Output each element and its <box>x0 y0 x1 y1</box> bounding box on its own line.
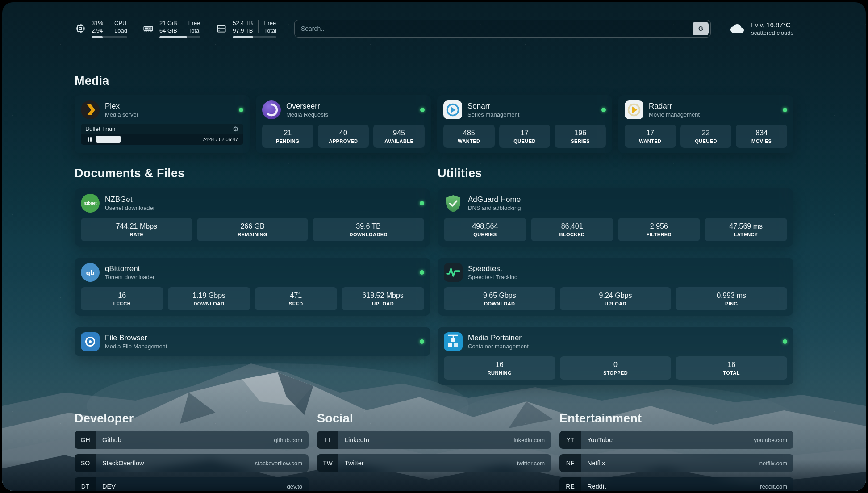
app-name: File Browser <box>105 333 167 343</box>
app-subtitle: Movie management <box>649 111 700 118</box>
app-card-radarr[interactable]: Radarr Movie management 17 WANTED 22 QUE… <box>618 95 793 153</box>
gear-icon[interactable]: ⚙ <box>233 125 239 132</box>
stat-value: 834 <box>739 129 785 138</box>
cpu-label: CPU <box>114 19 127 27</box>
stat-value: 17 <box>502 129 548 138</box>
section-documents-files: Documents & Files nzbget NZBGet Usenet d… <box>75 167 430 385</box>
app-card-adguard-home[interactable]: AdGuard Home DNS and adblocking 498,564 … <box>438 188 793 246</box>
app-card-qbittorrent[interactable]: qb qBittorrent Torrent downloader 16 <box>75 258 430 316</box>
stat-label: DOWNLOAD <box>447 301 553 306</box>
cpu-usage-bar <box>92 36 127 38</box>
stat-value: 0.993 ms <box>678 291 785 300</box>
portainer-icon <box>444 332 463 351</box>
bookmark-name: Twitter <box>345 460 364 467</box>
playback-time: 24:44 / 02:06:47 <box>202 137 238 142</box>
app-subtitle: Container management <box>468 343 529 350</box>
playback-progress-track[interactable]: 24:44 / 02:06:47 <box>96 136 242 143</box>
section-title-social: Social <box>317 412 551 426</box>
stat-box: 16 TOTAL <box>676 356 787 380</box>
bookmark-dev[interactable]: DT DEV dev.to <box>75 477 309 491</box>
stat-box: 485 WANTED <box>443 125 495 148</box>
stat-box: 47.569 ms LATENCY <box>705 218 787 241</box>
pause-icon[interactable] <box>83 136 96 143</box>
qbittorrent-icon: qb <box>81 263 100 282</box>
search-input[interactable] <box>295 21 693 36</box>
bookmark-twitter[interactable]: TW Twitter twitter.com <box>317 454 551 472</box>
stat-box: 16 LEECH <box>81 287 163 310</box>
stat-box: 498,564 QUERIES <box>444 218 526 241</box>
disk-sublabel: Total <box>264 27 276 34</box>
playback-progress-fill <box>96 136 121 143</box>
stat-value: 0 <box>563 360 669 369</box>
bookmark-name: Reddit <box>587 483 606 490</box>
stat-label: LATENCY <box>707 232 785 237</box>
radarr-icon <box>625 100 643 119</box>
section-title-developer: Developer <box>75 412 309 426</box>
app-name: Media Portainer <box>468 333 529 343</box>
stat-label: UPLOAD <box>563 301 669 306</box>
bookmark-netflix[interactable]: NF Netflix netflix.com <box>559 454 793 472</box>
stat-value: 744.21 Mbps <box>83 222 190 231</box>
weather-location: Lviv, 16.87°C <box>751 21 793 29</box>
stat-value: 9.24 Gbps <box>563 291 669 300</box>
memory-free-value: 21 GiB <box>159 19 177 27</box>
stat-box: 2,956 FILTERED <box>618 218 701 241</box>
app-card-file-browser[interactable]: File Browser Media File Management <box>75 327 430 356</box>
bookmark-url: dev.to <box>287 483 302 490</box>
stat-box: 196 SERIES <box>555 125 606 148</box>
stat-box: 0.993 ms PING <box>676 287 787 310</box>
bookmark-reddit[interactable]: RE Reddit reddit.com <box>559 477 793 491</box>
divider <box>258 20 259 33</box>
bookmark-url: youtube.com <box>754 437 787 443</box>
bookmark-youtube[interactable]: YT YouTube youtube.com <box>559 431 793 449</box>
disk-labels: Free Total <box>264 19 276 34</box>
stat-box: 1.19 Gbps DOWNLOAD <box>168 287 250 310</box>
stat-value: 618.52 Mbps <box>344 291 421 300</box>
bookmark-linkedin[interactable]: LI LinkedIn linkedin.com <box>317 431 551 449</box>
speedtest-icon <box>444 263 463 282</box>
overseerr-icon <box>262 100 281 119</box>
status-dot <box>783 108 787 112</box>
bookmark-url: reddit.com <box>760 483 787 490</box>
plex-icon <box>81 100 100 119</box>
stat-box: 16 RUNNING <box>444 356 555 380</box>
section-title-utilities: Utilities <box>438 167 793 180</box>
playback-bar: 24:44 / 02:06:47 <box>81 134 243 145</box>
status-dot <box>239 108 243 112</box>
top-bar: 31% 2.94 CPU Load <box>75 14 793 43</box>
app-card-nzbget[interactable]: nzbget NZBGet Usenet downloader 744.21 M… <box>75 188 430 246</box>
stat-value: 40 <box>321 129 367 138</box>
search-provider-button[interactable]: G <box>693 22 709 35</box>
app-card-speedtest[interactable]: Speedtest Speedtest Tracking 9.65 Gbps D… <box>438 258 793 316</box>
memory-labels: Free Total <box>188 19 200 34</box>
divider <box>108 20 109 33</box>
section-media: Plex Media server Bullet Train ⚙ 24: <box>75 95 793 153</box>
stat-value: 471 <box>258 291 335 300</box>
stat-value: 21 <box>265 129 311 138</box>
disk-label: Free <box>264 19 276 27</box>
app-card-overseerr[interactable]: Overseerr Media Requests 21 PENDING 40 A… <box>256 95 431 153</box>
app-card-portainer[interactable]: Media Portainer Container management 16 … <box>438 327 793 385</box>
bookmark-github[interactable]: GH Github github.com <box>75 431 309 449</box>
bookmark-name: YouTube <box>587 436 613 443</box>
divider <box>183 20 183 33</box>
stat-label: DOWNLOAD <box>171 301 248 306</box>
bookmark-abbr: LI <box>317 431 338 449</box>
stat-value: 1.19 Gbps <box>171 291 248 300</box>
app-card-sonarr[interactable]: Sonarr Series management 485 WANTED 17 Q… <box>437 95 612 153</box>
bookmark-stackoverflow[interactable]: SO StackOverflow stackoverflow.com <box>75 454 309 472</box>
memory-sublabel: Total <box>188 27 200 34</box>
memory-total-value: 64 GiB <box>159 27 177 34</box>
weather-widget[interactable]: Lviv, 16.87°C scattered clouds <box>729 21 793 37</box>
stat-label: FILTERED <box>621 232 698 237</box>
bookmark-url: linkedin.com <box>513 437 545 443</box>
disk-free-value: 52.4 TB <box>233 19 253 27</box>
app-card-plex[interactable]: Plex Media server Bullet Train ⚙ 24: <box>75 95 250 153</box>
cpu-values: 31% 2.94 <box>92 19 103 34</box>
stat-box: 0 STOPPED <box>560 356 672 380</box>
stat-box: 266 GB REMAINING <box>197 218 309 241</box>
stat-box: 17 WANTED <box>625 125 676 148</box>
stat-box: 39.6 TB DOWNLOADED <box>313 218 424 241</box>
app-name: qBittorrent <box>105 264 154 273</box>
status-dot <box>420 201 424 205</box>
